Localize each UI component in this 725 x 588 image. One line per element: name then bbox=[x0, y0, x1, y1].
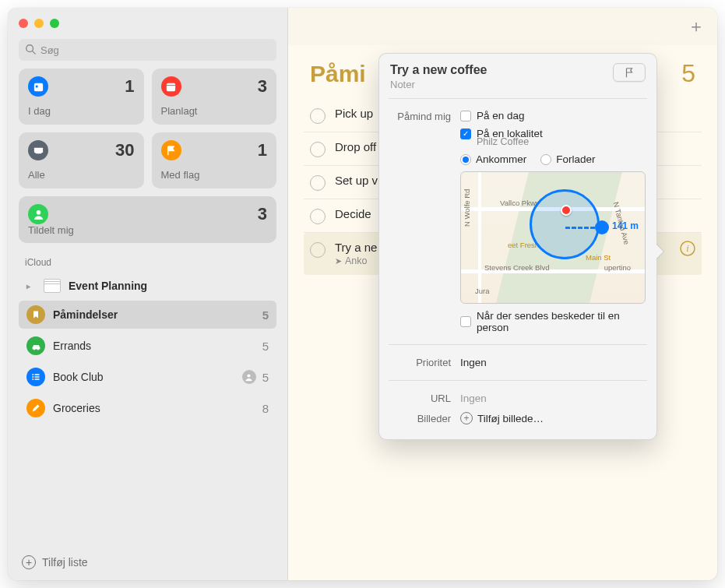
reminder-title: Set up v bbox=[335, 174, 378, 187]
sidebar: Søg 1 I dag 3 Planlagt bbox=[8, 8, 288, 580]
minimize-window-button[interactable] bbox=[34, 19, 44, 28]
smart-list-scheduled[interactable]: 3 Planlagt bbox=[152, 69, 277, 125]
add-list-button[interactable]: + Tilføj liste bbox=[8, 544, 287, 580]
calendar-icon bbox=[161, 76, 181, 97]
chevron-right-icon: ▸ bbox=[26, 282, 36, 290]
tray-icon bbox=[28, 140, 48, 160]
location-map[interactable]: Vallco Pkwy N Wolfe Rd Stevens Creek Blv… bbox=[460, 171, 646, 304]
page-title: Påmi bbox=[310, 61, 366, 87]
person-icon bbox=[28, 204, 48, 224]
map-road-label: Jura bbox=[475, 287, 489, 295]
reminder-checkbox[interactable] bbox=[310, 242, 326, 258]
list-book-club[interactable]: Book Club 5 bbox=[19, 363, 276, 391]
reminder-title: Pick up bbox=[335, 107, 373, 120]
svg-rect-2 bbox=[33, 83, 42, 90]
list-count: 5 bbox=[262, 371, 269, 384]
plus-circle-icon: + bbox=[22, 555, 36, 569]
plus-circle-icon: + bbox=[460, 412, 473, 424]
priority-label: Prioritet bbox=[390, 357, 451, 368]
reminder-subtitle: Anko bbox=[345, 255, 368, 266]
svg-rect-3 bbox=[35, 85, 37, 87]
map-road-label: N Wolfe Rd bbox=[463, 189, 471, 227]
svg-point-11 bbox=[32, 376, 33, 378]
popover-title[interactable]: Try a new coffee bbox=[390, 63, 487, 77]
arriving-radio[interactable]: Ankommer bbox=[460, 153, 526, 165]
leaving-radio[interactable]: Forlader bbox=[540, 153, 595, 165]
on-a-day-checkbox[interactable]: På en dag bbox=[460, 110, 646, 121]
list-reminders[interactable]: Påmindelser 5 bbox=[19, 301, 276, 329]
map-pin-icon bbox=[561, 205, 572, 216]
window-controls bbox=[8, 8, 287, 36]
search-input[interactable]: Søg bbox=[19, 39, 276, 61]
url-field[interactable]: Ingen bbox=[460, 393, 487, 404]
flag-toggle-button[interactable] bbox=[613, 63, 646, 82]
geofence-handle[interactable] bbox=[595, 220, 609, 234]
location-name: Philz Coffee bbox=[477, 136, 646, 147]
svg-point-15 bbox=[248, 374, 251, 377]
list-groceries[interactable]: Groceries 8 bbox=[19, 394, 276, 422]
bookmark-icon bbox=[26, 305, 45, 324]
reminder-title: Decide bbox=[335, 207, 371, 220]
smart-list-assigned[interactable]: 3 Tildelt mig bbox=[19, 196, 276, 243]
list-folder-event-planning[interactable]: ▸ Event Planning bbox=[19, 274, 276, 298]
info-button[interactable]: i bbox=[680, 241, 695, 259]
reminder-checkbox[interactable] bbox=[310, 209, 326, 224]
reminder-details-popover: Try a new coffee Noter Påmind mig På en … bbox=[378, 53, 657, 440]
reminder-checkbox[interactable] bbox=[310, 175, 326, 191]
svg-point-9 bbox=[32, 374, 33, 375]
list-count: 5 bbox=[262, 340, 269, 353]
close-window-button[interactable] bbox=[19, 19, 28, 28]
map-road-label: Vallco Pkwy bbox=[500, 199, 540, 207]
smart-list-today[interactable]: 1 I dag bbox=[19, 69, 144, 125]
smart-list-flagged[interactable]: 1 Med flag bbox=[152, 132, 277, 188]
svg-rect-10 bbox=[35, 374, 40, 375]
reminder-title: Try a ne bbox=[335, 241, 377, 254]
geofence-circle[interactable] bbox=[530, 189, 600, 259]
when-messaging-checkbox[interactable]: Når der sendes beskeder til en person bbox=[460, 310, 646, 333]
svg-text:i: i bbox=[686, 243, 688, 254]
reminder-checkbox[interactable] bbox=[310, 142, 326, 157]
svg-point-8 bbox=[37, 348, 38, 350]
list-label: Book Club bbox=[53, 371, 104, 383]
location-arrow-icon: ➤ bbox=[335, 256, 342, 266]
fullscreen-window-button[interactable] bbox=[50, 19, 59, 28]
url-label: URL bbox=[390, 393, 451, 404]
map-road-label: Stevens Creek Blvd bbox=[484, 263, 549, 272]
shared-icon bbox=[242, 370, 256, 384]
add-image-button[interactable]: + Tilføj billede… bbox=[460, 412, 544, 424]
list-errands[interactable]: Errands 5 bbox=[19, 332, 276, 360]
priority-select[interactable]: Ingen bbox=[460, 357, 487, 368]
car-icon bbox=[26, 336, 45, 355]
list-label: Groceries bbox=[53, 402, 100, 414]
svg-point-13 bbox=[32, 379, 33, 380]
svg-point-6 bbox=[36, 209, 40, 214]
svg-rect-12 bbox=[35, 376, 40, 378]
reminder-title: Drop off bbox=[335, 140, 376, 153]
account-section-header: iCloud bbox=[8, 249, 287, 273]
popover-arrow bbox=[656, 244, 663, 259]
svg-line-1 bbox=[33, 51, 36, 54]
notes-field[interactable]: Noter bbox=[390, 79, 487, 90]
folder-stack-icon bbox=[44, 279, 61, 293]
calendar-today-icon bbox=[28, 76, 48, 97]
search-icon bbox=[25, 44, 36, 57]
images-label: Billeder bbox=[390, 413, 451, 424]
map-road-label: upertino bbox=[604, 263, 631, 272]
add-list-label: Tilføj liste bbox=[42, 556, 88, 569]
svg-rect-14 bbox=[35, 379, 40, 380]
flag-icon bbox=[161, 140, 181, 160]
list-label: Påmindelser bbox=[53, 308, 118, 321]
pencil-icon bbox=[26, 399, 45, 417]
list-label: Errands bbox=[53, 340, 91, 352]
smart-list-all[interactable]: 30 Alle bbox=[19, 132, 144, 188]
map-poi-label: Main St bbox=[586, 253, 611, 262]
toolbar: ＋ bbox=[288, 8, 717, 45]
reminder-checkbox[interactable] bbox=[310, 108, 326, 124]
list-bullet-icon bbox=[26, 368, 45, 386]
list-count: 8 bbox=[262, 402, 269, 415]
geofence-distance: 141 m bbox=[612, 220, 639, 231]
new-reminder-button[interactable]: ＋ bbox=[688, 15, 705, 38]
remind-me-label: Påmind mig bbox=[390, 110, 451, 333]
svg-rect-4 bbox=[167, 83, 175, 90]
list-label: Event Planning bbox=[69, 280, 147, 292]
